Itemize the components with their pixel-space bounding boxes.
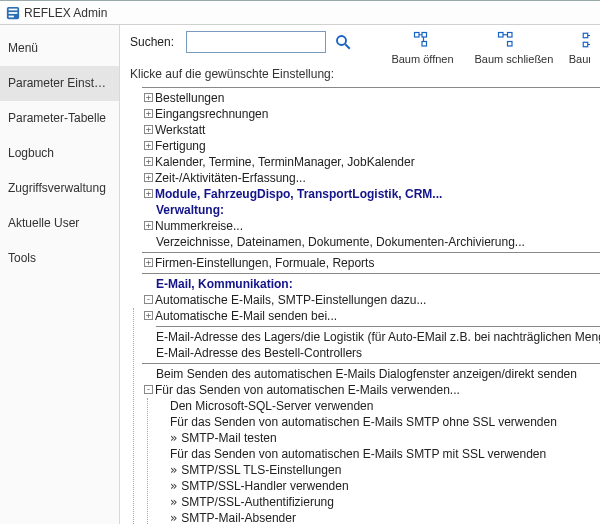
tree-label: SMTP-Mail testen [181, 430, 276, 446]
main-panel: Suchen: Baum öffnen [120, 25, 600, 524]
svg-rect-1 [9, 8, 18, 10]
tree-label: Für das Senden von automatischen E-Mails… [170, 446, 546, 462]
toolbar-collapse-label: Baum schließen [474, 53, 553, 65]
tree-leaf[interactable]: »SMTP/SSL-Handler verwenden [156, 478, 600, 494]
separator [142, 363, 600, 364]
tree-leaf[interactable]: »SMTP-Mail testen [156, 430, 600, 446]
app-icon [6, 6, 20, 20]
collapse-icon[interactable]: - [144, 385, 153, 394]
sidebar-item-aktuelle-user[interactable]: Aktuelle User [0, 206, 119, 241]
toolbar-export-tree[interactable]: Baum ex [558, 31, 590, 65]
tree-leaf[interactable]: »SMTP/SSL TLS-Einstellungen [156, 462, 600, 478]
svg-rect-2 [9, 12, 18, 14]
tree-node[interactable]: +Nummerkreise... [128, 218, 600, 234]
separator [142, 87, 600, 88]
tree-label: Module, FahrzeugDispo, TransportLogistik… [155, 186, 442, 202]
tree-node-email-root[interactable]: -Automatische E-Mails, SMTP-Einstellunge… [128, 292, 600, 308]
expand-icon[interactable]: + [144, 109, 153, 118]
bullet-icon: » [170, 430, 181, 446]
tree-label: E-Mail, Kommunikation: [156, 276, 293, 292]
toolbar-hint: Klicke auf die gewünschte Einstellung: [120, 67, 600, 85]
tree-leaf[interactable]: E-Mail-Adresse des Bestell-Controllers [142, 345, 600, 361]
expand-icon[interactable]: + [144, 157, 153, 166]
tree-leaf[interactable]: Beim Senden des automatischen E-Mails Di… [142, 366, 600, 382]
tree-leaf[interactable]: Für das Senden von automatischen E-Mails… [156, 446, 600, 462]
tree-node[interactable]: -Für das Senden von automatischen E-Mail… [142, 382, 600, 398]
svg-rect-8 [422, 42, 427, 47]
tree-node[interactable]: +Werkstatt [128, 122, 600, 138]
tree-node-firmen[interactable]: +Firmen-Einstellungen, Formuale, Reports [128, 255, 600, 271]
tree-label: Für das Senden von automatischen E-Mails… [170, 414, 557, 430]
tree-label: Verzeichnisse, Dateinamen, Dokumente, Do… [156, 234, 525, 250]
svg-rect-6 [415, 33, 420, 38]
sidebar-item-menu[interactable]: Menü [0, 25, 119, 66]
expand-icon[interactable]: + [144, 258, 153, 267]
tree-label: SMTP-Mail-Absender [181, 510, 296, 524]
tree-section-email[interactable]: E-Mail, Kommunikation: [128, 276, 600, 292]
svg-line-5 [346, 44, 351, 49]
tree-label: Verwaltung: [156, 202, 224, 218]
sidebar: Menü Parameter Einstellungen Parameter-T… [0, 25, 120, 524]
tree-label: Für das Senden von automatischen E-Mails… [155, 382, 460, 398]
tree-leaf[interactable]: »SMTP/SSL-Authentifizierung [156, 494, 600, 510]
tree-label: Bestellungen [155, 90, 224, 106]
tree-label: SMTP/SSL TLS-Einstellungen [181, 462, 341, 478]
svg-rect-12 [584, 33, 589, 38]
tree-export-icon [558, 31, 590, 49]
tree-node[interactable]: +Zeit-/Aktivitäten-Erfassung... [128, 170, 600, 186]
tree-label: Kalender, Termine, TerminManager, JobKal… [155, 154, 415, 170]
sidebar-item-zugriffsverwaltung[interactable]: Zugriffsverwaltung [0, 171, 119, 206]
tree-node[interactable]: +Bestellungen [128, 90, 600, 106]
collapse-icon[interactable]: - [144, 295, 153, 304]
expand-icon[interactable]: + [144, 93, 153, 102]
tree-label: SMTP/SSL-Handler verwenden [181, 478, 348, 494]
sidebar-item-tools[interactable]: Tools [0, 241, 119, 276]
tree-node[interactable]: +Fertigung [128, 138, 600, 154]
bullet-icon: » [170, 494, 181, 510]
tree-section-module[interactable]: +Module, FahrzeugDispo, TransportLogisti… [128, 186, 600, 202]
tree-section-verwaltung[interactable]: Verwaltung: [128, 202, 600, 218]
toolbar-collapse-tree[interactable]: Baum schließen [474, 31, 538, 65]
expand-icon[interactable]: + [144, 189, 153, 198]
bullet-icon: » [170, 478, 181, 494]
titlebar: REFLEX Admin [0, 1, 600, 25]
app-window: REFLEX Admin Menü Parameter Einstellunge… [0, 0, 600, 524]
search-input[interactable] [186, 31, 326, 53]
expand-icon[interactable]: + [144, 125, 153, 134]
tree-leaf[interactable]: Für das Senden von automatischen E-Mails… [156, 414, 600, 430]
toolbar-expand-tree[interactable]: Baum öffnen [390, 31, 454, 65]
tree-label: Zeit-/Aktivitäten-Erfassung... [155, 170, 306, 186]
tree-label: E-Mail-Adresse des Lagers/die Logistik (… [156, 329, 600, 345]
tree-leaf[interactable]: Den Microsoft-SQL-Server verwenden [156, 398, 600, 414]
separator [142, 252, 600, 253]
toolbar-expand-label: Baum öffnen [391, 53, 453, 65]
sidebar-item-logbuch[interactable]: Logbuch [0, 136, 119, 171]
bullet-icon: » [170, 462, 181, 478]
tree-node[interactable]: Verzeichnisse, Dateinamen, Dokumente, Do… [128, 234, 600, 250]
toolbar: Suchen: Baum öffnen [120, 25, 600, 67]
tree-node[interactable]: +Kalender, Termine, TerminManager, JobKa… [128, 154, 600, 170]
tree-label: Automatische E-Mails, SMTP-Einstellungen… [155, 292, 426, 308]
tree-label: Werkstatt [155, 122, 205, 138]
tree-node[interactable]: +Eingangsrechnungen [128, 106, 600, 122]
search-button[interactable] [334, 31, 352, 53]
svg-point-4 [337, 36, 346, 45]
sidebar-item-parameter-tabelle[interactable]: Parameter-Tabelle [0, 101, 119, 136]
tree-label: Automatische E-Mail senden bei... [155, 308, 337, 324]
svg-rect-11 [508, 42, 513, 47]
settings-tree: +Bestellungen +Eingangsrechnungen +Werks… [120, 87, 600, 524]
svg-rect-13 [584, 42, 589, 47]
expand-icon[interactable]: + [144, 173, 153, 182]
expand-icon[interactable]: + [144, 311, 153, 320]
tree-leaf[interactable]: E-Mail-Adresse des Lagers/die Logistik (… [142, 329, 600, 345]
tree-leaf[interactable]: »SMTP-Mail-Absender [156, 510, 600, 524]
tree-label: Nummerkreise... [155, 218, 243, 234]
expand-icon[interactable]: + [144, 221, 153, 230]
svg-rect-9 [499, 33, 504, 38]
tree-label: SMTP/SSL-Authentifizierung [181, 494, 334, 510]
tree-label: Beim Senden des automatischen E-Mails Di… [156, 366, 577, 382]
expand-icon[interactable]: + [144, 141, 153, 150]
tree-label: Den Microsoft-SQL-Server verwenden [170, 398, 373, 414]
sidebar-item-parameter-einstellungen[interactable]: Parameter Einstellungen [0, 66, 119, 101]
tree-node[interactable]: +Automatische E-Mail senden bei... [142, 308, 600, 324]
